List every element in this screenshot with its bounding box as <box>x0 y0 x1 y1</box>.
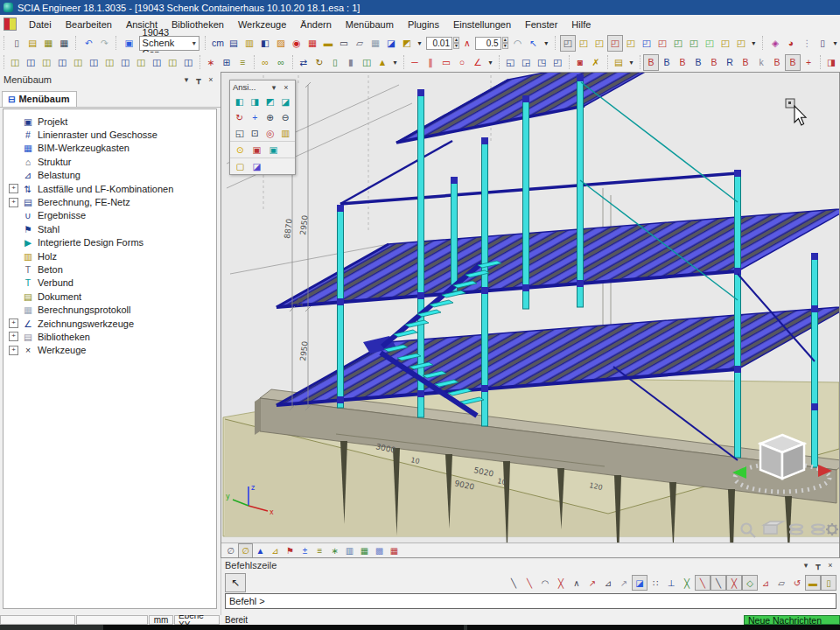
tree-item-verbund[interactable]: T Verbund <box>4 276 216 290</box>
link2-button[interactable]: ∞ <box>273 54 289 71</box>
plane-field[interactable]: Ebene XY <box>174 615 220 625</box>
view-yz-button[interactable]: ◩ <box>262 94 278 109</box>
menu-item[interactable]: Plugins <box>401 18 446 32</box>
profile-library-4[interactable]: ◫ <box>54 54 70 71</box>
expand-icon[interactable]: + <box>9 198 18 207</box>
copy-view-button[interactable]: ◱ <box>502 54 518 71</box>
bim-cad-tool-8[interactable]: k <box>753 54 769 71</box>
tree-item-belastung[interactable]: ⊿ Belastung <box>4 169 216 182</box>
tree-item-idf[interactable]: ▶ Integrierte Design Forms <box>4 236 216 249</box>
snap-tri-button[interactable]: ⊿ <box>600 575 616 591</box>
view-axo-button[interactable]: ◪ <box>278 94 294 109</box>
combo-dropdown-icon[interactable]: ▾ <box>192 39 196 47</box>
center-of-gravity-button[interactable]: + <box>801 54 816 71</box>
snap-point-button[interactable]: ╲ <box>522 575 537 591</box>
view-param-2[interactable]: ◰ <box>576 35 592 52</box>
dot-grid-button[interactable]: ∗ <box>203 54 219 71</box>
snap-step-spinner[interactable]: 0.01 ▴▾ <box>426 37 459 50</box>
image-toggle[interactable]: ▩ <box>372 543 387 558</box>
draw-more-dropdown[interactable]: ▾ <box>486 54 495 71</box>
rotate-view-button[interactable]: ↻ <box>232 109 248 125</box>
command-panel-pin-icon[interactable]: ┳ <box>812 561 824 570</box>
stretch-button[interactable]: ▲ <box>374 54 390 71</box>
ucs-button[interactable]: ∧ <box>461 35 473 52</box>
command-panel-collapse-icon[interactable]: ▾ <box>800 561 812 570</box>
snap-dot-grid-button[interactable]: ∷ <box>648 575 663 591</box>
view-param-12[interactable]: ◰ <box>733 35 749 52</box>
bim-cad-tool-4[interactable]: B <box>690 54 706 71</box>
barrier-button[interactable]: ▬ <box>320 35 336 52</box>
print-button[interactable]: ▭ <box>336 35 352 52</box>
snap-vertex-button[interactable]: ∧ <box>569 575 584 591</box>
panel-pin-icon[interactable]: ┳ <box>192 75 205 84</box>
grid-toggle[interactable]: ▦ <box>357 543 372 558</box>
snap-column-button[interactable]: ▯ <box>821 575 836 591</box>
snap-angle-button[interactable]: ⊿ <box>758 575 774 591</box>
move-button[interactable]: ⇄ <box>296 54 312 71</box>
profile-library-1[interactable]: ◫ <box>7 54 23 71</box>
model-3d-view[interactable]: 8870 2950 10 2950 3000 10 5020 9020 10 1… <box>221 73 840 558</box>
profile-library-12[interactable]: ◫ <box>180 54 196 71</box>
expand-icon[interactable]: + <box>9 346 18 355</box>
view-flags-dropdown[interactable]: ▾ <box>749 35 759 52</box>
axes-toggle[interactable]: ⊿ <box>268 543 283 558</box>
tree-item-berechnung[interactable]: + ▤ Berechnung, FE-Netz <box>4 195 216 208</box>
menu-item[interactable]: Datei <box>22 18 59 32</box>
print-preview-button[interactable]: ▱ <box>352 35 368 52</box>
bim-cad-tool-9[interactable]: B <box>769 54 785 71</box>
bim-cad-tool-7[interactable]: B <box>738 54 753 71</box>
command-panel-close-icon[interactable]: × <box>824 561 836 570</box>
folder-more-dropdown[interactable]: ▾ <box>626 54 636 71</box>
bim-cad-tool-1[interactable]: B <box>643 54 659 71</box>
tree-item-ergebnisse[interactable]: ∪ Ergebnisse <box>4 209 216 222</box>
panel-collapse-icon[interactable]: ▾ <box>180 75 192 84</box>
supports-toggle[interactable]: ± <box>298 543 312 558</box>
perspective-button[interactable]: ◪ <box>248 158 265 174</box>
bim-exchange-button[interactable]: ◈ <box>767 35 783 52</box>
save-as-button[interactable]: ▦ <box>56 35 72 52</box>
snap-step-value[interactable]: 0.01 <box>426 37 452 50</box>
snap-intersection-button[interactable]: ╲ <box>710 575 726 591</box>
snap-up-button[interactable]: ↗ <box>584 575 600 591</box>
snap-endpoint-button[interactable]: ╲ <box>695 575 710 591</box>
open-esa-folder-button[interactable]: ▤ <box>611 54 626 71</box>
perspective-toggle[interactable]: ∅ <box>223 543 238 558</box>
tree-item-werkzeuge[interactable]: + × Werkzeuge <box>4 344 216 357</box>
snap-perpendicular-button[interactable]: ╳ <box>726 575 742 591</box>
grid-step-spinner[interactable]: 0.5 ▴▾ <box>475 37 508 50</box>
project-combo[interactable]: 19043 Schenk Con ▾ <box>139 36 200 51</box>
doc-image-button[interactable]: ◨ <box>823 54 839 71</box>
tree-item-beton[interactable]: T Beton <box>4 262 216 276</box>
section-ring-button[interactable]: ◉ <box>289 35 304 52</box>
surface-toggle[interactable]: ▲ <box>253 543 268 558</box>
catalog-button[interactable]: ▥ <box>242 35 257 52</box>
new-project-button[interactable]: ▯ <box>9 35 24 52</box>
array-button[interactable]: ◫ <box>359 54 374 71</box>
delete-button[interactable]: ◙ <box>572 54 588 71</box>
storey-button[interactable]: ≡ <box>234 54 250 71</box>
tree-item-stahl[interactable]: ⚑ Stahl <box>4 222 216 235</box>
view-param-4[interactable]: ◰ <box>607 35 623 52</box>
launch-button[interactable]: ✗ <box>588 54 604 71</box>
tools-more-dropdown[interactable]: ▾ <box>415 35 424 52</box>
zoom-all-button[interactable]: ⊡ <box>248 125 263 141</box>
zoom-window-button[interactable]: ◱ <box>232 125 248 141</box>
grid-step-value[interactable]: 0.5 <box>475 37 501 50</box>
tree-item-bim-werkzeugkasten[interactable]: ▦ BIM-Werkzeugkasten <box>4 142 216 155</box>
view-xz-button[interactable]: ◨ <box>248 94 263 109</box>
zoom-out-button[interactable]: ⊖ <box>278 109 294 125</box>
snap-settings-button[interactable]: ◪ <box>632 575 648 591</box>
profile-library-5[interactable]: ◫ <box>70 54 86 71</box>
gallery-button[interactable]: ◩ <box>399 35 415 52</box>
tree-item-bibliotheken[interactable]: + ▤ Bibliotheken <box>4 330 216 343</box>
view-param-5[interactable]: ◰ <box>623 35 639 52</box>
view-point-button[interactable]: + <box>248 109 263 125</box>
zoom-selection-button[interactable]: ◎ <box>262 125 278 141</box>
new-window-button[interactable]: ◳ <box>534 54 550 71</box>
snap-line-grid-button[interactable]: ⊥ <box>663 575 679 591</box>
profile-library-10[interactable]: ◫ <box>149 54 164 71</box>
units-button[interactable]: cm <box>210 35 226 52</box>
spinner-up-icon[interactable]: ▴ <box>453 37 459 43</box>
project-window-button[interactable]: ▣ <box>122 35 137 52</box>
view-param-10[interactable]: ◰ <box>702 35 718 52</box>
